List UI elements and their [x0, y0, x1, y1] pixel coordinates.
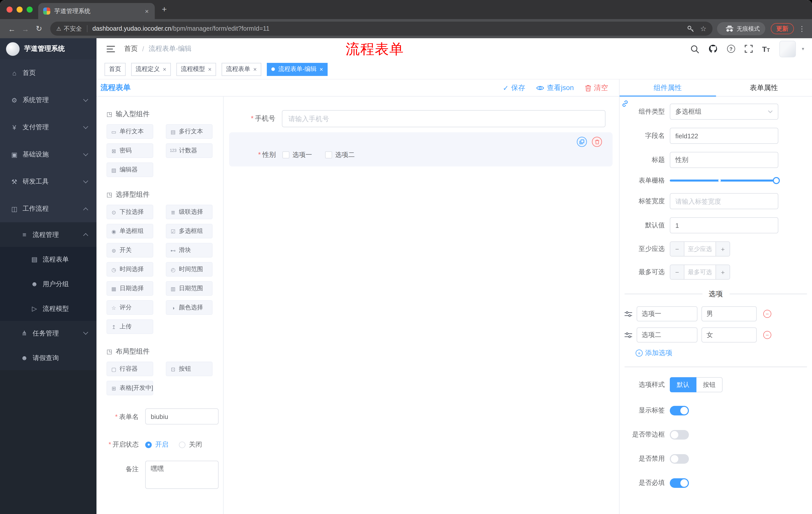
component-chip[interactable]: ▢行容器 — [107, 361, 153, 376]
decrease-button[interactable]: − — [670, 265, 685, 279]
option-value-input[interactable] — [701, 306, 757, 321]
reload-button[interactable]: ↻ — [32, 24, 46, 33]
font-size-icon[interactable]: TT — [762, 45, 770, 53]
component-chip[interactable]: ☑多选框组 — [166, 224, 212, 238]
field-name-input[interactable] — [670, 128, 778, 144]
clear-button[interactable]: 清空 — [585, 83, 608, 92]
component-chip[interactable]: ⊜开关 — [107, 243, 153, 258]
browser-menu-icon[interactable]: ⋮ — [799, 25, 806, 33]
tab-process-form[interactable]: 流程表单 × — [222, 63, 261, 76]
save-button[interactable]: ✓ 保存 — [503, 83, 525, 92]
grid-slider[interactable] — [670, 180, 778, 182]
component-chip[interactable]: ⊡按钮 — [166, 361, 212, 376]
sidebar-item-workflow[interactable]: ◫ 工作流程 — [0, 195, 96, 222]
option-value-input[interactable] — [701, 327, 757, 343]
sidebar-item-process-model[interactable]: ▷ 流程模型 — [0, 296, 96, 321]
sidebar-item-user-group[interactable]: ☻ 用户分组 — [0, 272, 96, 296]
sidebar-item-home[interactable]: ⌂ 首页 — [0, 59, 96, 86]
status-off-label[interactable]: 关闭 — [189, 440, 202, 449]
view-json-button[interactable]: 查看json — [536, 83, 574, 92]
increase-button[interactable]: + — [716, 242, 730, 256]
component-chip[interactable]: ☆评分 — [107, 300, 153, 315]
tab-form-props[interactable]: 表单属性 — [716, 79, 812, 96]
component-chip[interactable]: ◑颜色选择 — [166, 300, 212, 315]
component-chip[interactable]: ▨编辑器 — [107, 162, 153, 177]
address-bar[interactable]: ⚠ 不安全 dashboard.yudao.iocoder.cn/bpm/man… — [50, 22, 713, 36]
component-chip[interactable]: ◉单选框组 — [107, 224, 153, 238]
sidebar-item-payment[interactable]: ¥ 支付管理 — [0, 114, 96, 141]
option-label-input[interactable] — [637, 306, 697, 321]
avatar-caret-icon[interactable]: ▼ — [801, 47, 805, 51]
sidebar-item-infrastructure[interactable]: ▣ 基础设施 — [0, 141, 96, 168]
tab-component-props[interactable]: 组件属性 — [619, 79, 716, 96]
increase-button[interactable]: + — [716, 265, 730, 279]
gender-option-1[interactable]: 选项一 — [282, 151, 312, 159]
disabled-toggle[interactable] — [670, 454, 689, 463]
window-close-button[interactable] — [6, 6, 12, 12]
window-zoom-button[interactable] — [27, 6, 33, 12]
sidebar-item-leave-query[interactable]: ☻ 请假查询 — [0, 346, 96, 370]
default-value-input[interactable] — [670, 217, 778, 233]
component-chip[interactable]: ↥上传 — [107, 319, 153, 334]
drag-handle-icon[interactable] — [625, 310, 632, 317]
radio-on[interactable] — [145, 441, 152, 448]
new-tab-button[interactable]: + — [162, 4, 167, 15]
close-icon[interactable]: × — [320, 65, 323, 73]
checkbox[interactable] — [282, 152, 289, 158]
breadcrumb-home[interactable]: 首页 — [124, 44, 138, 53]
component-chip[interactable]: ▭单行文本 — [107, 124, 153, 139]
form-name-input[interactable] — [145, 408, 219, 425]
security-label[interactable]: 不安全 — [64, 24, 82, 33]
component-chip[interactable]: ⊠密码 — [107, 143, 153, 158]
back-button[interactable]: ← — [5, 24, 19, 33]
link-icon[interactable] — [621, 100, 629, 108]
browser-tab[interactable]: 芋道管理系统 × — [38, 3, 155, 19]
forward-button[interactable]: → — [19, 24, 32, 33]
max-select-value[interactable]: 最多可选 — [685, 265, 716, 279]
decrease-button[interactable]: − — [670, 242, 685, 256]
search-icon[interactable] — [690, 45, 699, 53]
drag-handle-icon[interactable] — [625, 332, 632, 338]
sidebar-item-devtools[interactable]: ⚒ 研发工具 — [0, 168, 96, 195]
sidebar-item-system[interactable]: ⚙ 系统管理 — [0, 86, 96, 114]
tab-process-definition[interactable]: 流程定义 × — [131, 63, 171, 76]
window-minimize-button[interactable] — [17, 6, 23, 12]
tab-process-form-edit[interactable]: 流程表单-编辑 × — [267, 63, 328, 76]
component-chip[interactable]: ▥日期范围 — [166, 281, 212, 296]
border-toggle[interactable] — [670, 430, 689, 439]
menu-collapse-icon[interactable] — [107, 45, 115, 53]
component-chip[interactable]: ▦日期选择 — [107, 281, 153, 296]
tab-process-model[interactable]: 流程模型 × — [176, 63, 216, 76]
component-chip[interactable]: ▤多行文本 — [166, 124, 212, 139]
label-width-input[interactable] — [670, 193, 778, 209]
sidebar-item-process-form[interactable]: ▤ 流程表单 — [0, 247, 96, 272]
component-chip[interactable]: ◴时间范围 — [166, 262, 212, 277]
github-icon[interactable] — [708, 44, 718, 53]
remove-option-button[interactable]: − — [763, 310, 771, 318]
required-toggle[interactable] — [670, 478, 689, 488]
component-type-select[interactable]: 多选框组 — [670, 104, 778, 120]
option-label-input[interactable] — [637, 327, 697, 343]
user-avatar[interactable] — [779, 40, 796, 57]
url-text[interactable]: dashboard.yudao.iocoder.cn/bpm/manager/f… — [92, 25, 269, 32]
tab-home[interactable]: 首页 — [105, 63, 126, 76]
browser-update-button[interactable]: 更新 — [771, 23, 794, 34]
component-chip[interactable]: ⊙下拉选择 — [107, 205, 153, 219]
gender-option-2[interactable]: 选项二 — [325, 151, 355, 159]
add-option-button[interactable]: + 添加选项 — [636, 349, 808, 358]
phone-input[interactable] — [282, 110, 606, 127]
copy-field-button[interactable] — [577, 137, 587, 147]
selected-field-block[interactable]: *性别 选项一 选项二 — [229, 132, 612, 166]
style-default-button[interactable]: 默认 — [670, 377, 696, 392]
close-icon[interactable]: × — [208, 65, 211, 73]
component-chip[interactable]: ◷时间选择 — [107, 262, 153, 277]
close-icon[interactable]: × — [163, 65, 166, 73]
sidebar-item-process-management[interactable]: ≡ 流程管理 — [0, 222, 96, 247]
component-chip[interactable]: ⊞表格[开发中] — [107, 381, 153, 395]
component-chip[interactable]: 123计数器 — [166, 143, 212, 158]
radio-off[interactable] — [179, 441, 185, 448]
close-icon[interactable]: × — [253, 65, 257, 73]
slider-handle[interactable] — [773, 177, 780, 184]
checkbox[interactable] — [325, 152, 332, 158]
status-on-label[interactable]: 开启 — [155, 440, 168, 449]
